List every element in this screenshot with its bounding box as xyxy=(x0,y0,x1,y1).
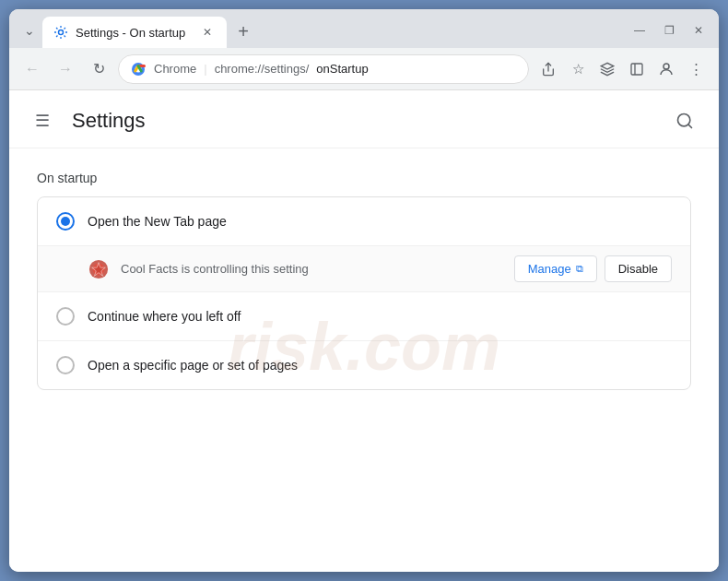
extension-sub-row: Cool Facts is controlling this setting M… xyxy=(38,246,690,292)
extension-buttons: Manage ⧉ Disable xyxy=(514,255,672,282)
tab-title: Settings - On startup xyxy=(76,26,192,40)
option-row-new-tab[interactable]: Open the New Tab page xyxy=(38,197,690,246)
settings-header: ☰ Settings xyxy=(9,90,719,148)
profile-button[interactable] xyxy=(652,55,680,83)
option-row-specific[interactable]: Open a specific page or set of pages xyxy=(38,341,690,389)
svg-point-6 xyxy=(663,64,669,69)
settings-search-button[interactable] xyxy=(669,105,700,136)
toolbar-icons: ☆ ⋮ xyxy=(534,55,710,83)
option-label-continue: Continue where you left off xyxy=(88,309,241,324)
site-icon xyxy=(130,61,147,77)
sidebar-button[interactable] xyxy=(623,55,651,83)
radio-new-tab[interactable] xyxy=(56,212,75,231)
maximize-button[interactable]: ❐ xyxy=(656,20,682,41)
page-body: On startup Open the New Tab page xyxy=(9,148,719,412)
extensions-button[interactable] xyxy=(593,55,621,83)
option-row-continue[interactable]: Continue where you left off xyxy=(38,292,690,341)
close-button[interactable]: ✕ xyxy=(686,20,711,41)
svg-line-8 xyxy=(688,125,692,128)
manage-button-label: Manage xyxy=(528,262,571,276)
toolbar: ← → ↻ Chrome | chrome://settings/onStart… xyxy=(9,48,719,90)
disable-button[interactable]: Disable xyxy=(605,255,672,282)
svg-point-0 xyxy=(59,30,64,35)
address-url-prefix: chrome://settings/ xyxy=(215,62,310,76)
sidebar-menu-button[interactable]: ☰ xyxy=(28,106,57,136)
radio-specific[interactable] xyxy=(56,356,75,374)
tab-close-button[interactable]: ✕ xyxy=(199,24,216,41)
disable-button-label: Disable xyxy=(618,262,658,276)
hamburger-icon: ☰ xyxy=(35,111,50,131)
tab-strip-chevron[interactable]: ⌄ xyxy=(17,20,42,41)
address-bar[interactable]: Chrome | chrome://settings/onStartup xyxy=(118,54,529,84)
active-tab[interactable]: Settings - On startup ✕ xyxy=(42,17,227,48)
tab-favicon xyxy=(53,25,68,40)
settings-title-row: ☰ Settings xyxy=(28,106,146,136)
window-controls: — ❐ ✕ xyxy=(627,20,711,41)
option-label-specific: Open a specific page or set of pages xyxy=(88,358,298,373)
extension-icon xyxy=(88,258,110,280)
svg-point-11 xyxy=(95,266,101,272)
reload-button[interactable]: ↻ xyxy=(85,55,112,83)
title-bar: ⌄ Settings - On startup ✕ + — ❐ ✕ xyxy=(9,9,719,48)
bookmark-button[interactable]: ☆ xyxy=(564,55,592,83)
manage-button[interactable]: Manage ⧉ xyxy=(514,255,597,282)
svg-rect-4 xyxy=(631,64,642,75)
page-title: Settings xyxy=(72,109,146,133)
new-tab-button[interactable]: + xyxy=(230,18,256,44)
share-button[interactable] xyxy=(534,55,562,83)
address-separator: | xyxy=(204,62,206,76)
page-content: ☰ Settings On startup Open the New Tab p… xyxy=(9,90,719,572)
address-site-label: Chrome xyxy=(154,62,196,76)
radio-inner-new-tab xyxy=(61,217,70,226)
minimize-button[interactable]: — xyxy=(627,20,652,41)
address-url-path: onStartup xyxy=(316,62,368,76)
forward-button[interactable]: → xyxy=(52,55,79,83)
back-button[interactable]: ← xyxy=(18,55,46,83)
option-label-new-tab: Open the New Tab page xyxy=(88,214,227,229)
page-body-wrapper: On startup Open the New Tab page xyxy=(9,148,719,412)
radio-continue[interactable] xyxy=(56,307,75,326)
extension-control-label: Cool Facts is controlling this setting xyxy=(121,262,503,276)
section-title: On startup xyxy=(37,171,691,185)
external-link-icon: ⧉ xyxy=(576,263,583,275)
options-card: Open the New Tab page xyxy=(37,196,691,390)
browser-window: ⌄ Settings - On startup ✕ + — ❐ ✕ ← → ↻ xyxy=(9,9,719,572)
chrome-menu-button[interactable]: ⋮ xyxy=(682,55,710,83)
